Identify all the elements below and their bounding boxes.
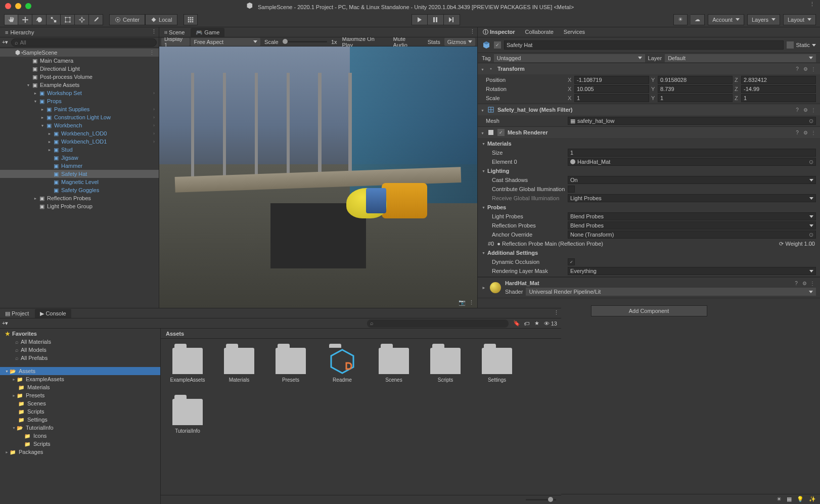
play-button[interactable]: [412, 14, 428, 25]
asset-readme-item[interactable]: Readme: [325, 348, 360, 383]
project-search[interactable]: [367, 319, 509, 328]
rotation-x-input[interactable]: [574, 85, 649, 93]
step-button[interactable]: [444, 14, 460, 25]
close-window[interactable]: [5, 3, 11, 9]
expand-arrow-icon[interactable]: [39, 108, 45, 111]
shader-dropdown[interactable]: Universal Render Pipeline/Lit: [526, 288, 816, 296]
scale-tool[interactable]: [47, 14, 61, 25]
folder-item[interactable]: Scripts: [0, 407, 160, 416]
effects-icon[interactable]: ✨: [809, 496, 816, 502]
project-tab[interactable]: ▤ Project: [0, 309, 34, 318]
hierarchy-item[interactable]: ▣Workshop Set›: [0, 89, 159, 97]
services-tab[interactable]: Services: [559, 27, 590, 36]
preset-icon[interactable]: ⚙: [802, 129, 809, 136]
hidden-count[interactable]: 👁13: [542, 320, 559, 327]
aspect-dropdown[interactable]: Free Aspect: [191, 38, 260, 46]
help-icon[interactable]: ?: [794, 65, 801, 72]
prefab-open-icon[interactable]: ›: [153, 107, 155, 112]
dynamic-occlusion-checkbox[interactable]: ✓: [568, 258, 575, 265]
expand-arrow-icon[interactable]: ►: [12, 378, 16, 381]
transform-tool[interactable]: [75, 14, 89, 25]
hierarchy-item[interactable]: ▣Workbench_LOD1›: [0, 138, 159, 146]
expand-arrow-icon[interactable]: [47, 132, 53, 135]
mesh-object-field[interactable]: ▦safety_hat_low: [568, 117, 816, 125]
expand-arrow-icon[interactable]: [39, 124, 45, 127]
hierarchy-search[interactable]: ⌕: [11, 38, 157, 47]
folder-item[interactable]: ►ExampleAssets: [0, 375, 160, 383]
prefab-open-icon[interactable]: ›: [153, 115, 155, 120]
component-menu-icon[interactable]: ⋮: [810, 129, 817, 136]
help-icon[interactable]: ?: [793, 280, 800, 287]
contrib-gi-checkbox[interactable]: [568, 186, 575, 193]
scene-menu-icon[interactable]: ⋮: [149, 50, 155, 56]
element0-object-field[interactable]: HardHat_Mat: [568, 158, 816, 166]
position-z-input[interactable]: [741, 76, 816, 84]
asset-folder-item[interactable]: Scripts: [428, 348, 463, 383]
prefab-open-icon[interactable]: ›: [153, 90, 155, 96]
expand-arrow-icon[interactable]: [32, 100, 38, 103]
favorite-item[interactable]: ⌕All Prefabs: [0, 354, 160, 362]
component-menu-icon[interactable]: ⋮: [810, 65, 817, 72]
hierarchy-item[interactable]: ▣Construction Light Low›: [0, 113, 159, 121]
asset-folder-item[interactable]: Scenes: [376, 348, 412, 383]
panel-menu-icon[interactable]: ⋮: [554, 309, 559, 316]
hierarchy-item[interactable]: ▣Stud: [0, 146, 159, 154]
thumbnail-size-slider[interactable]: [526, 499, 556, 500]
lighting-header[interactable]: Lighting: [478, 166, 820, 175]
folder-item[interactable]: Scripts: [0, 440, 160, 448]
hierarchy-item[interactable]: ▣Jigsaw: [0, 154, 159, 162]
hierarchy-item[interactable]: ▣Safety Goggles: [0, 186, 159, 194]
hierarchy-item[interactable]: ▣Main Camera: [0, 57, 159, 65]
scene-row[interactable]: SampleScene ⋮: [0, 49, 159, 57]
inspector-tab[interactable]: ⓘ Inspector: [478, 27, 520, 36]
maximize-window[interactable]: [25, 3, 31, 9]
folder-item[interactable]: Icons: [0, 432, 160, 440]
expand-arrow-icon[interactable]: [481, 66, 484, 72]
hierarchy-item[interactable]: ▣Props: [0, 97, 159, 105]
transform-header[interactable]: Transform ?⚙⋮: [478, 63, 820, 74]
mute-toggle[interactable]: Mute Audio: [390, 38, 424, 46]
audio-icon[interactable]: 💡: [797, 496, 804, 502]
expand-arrow-icon[interactable]: [481, 107, 484, 113]
create-dropdown[interactable]: +▾: [2, 320, 8, 327]
meshrenderer-header[interactable]: ✓ Mesh Renderer ?⚙⋮: [478, 127, 820, 138]
hierarchy-tab[interactable]: ≡Hierarchy: [0, 28, 39, 37]
game-tab[interactable]: 🎮 Game: [191, 28, 224, 37]
hierarchy-item[interactable]: ▣Example Assets: [0, 81, 159, 89]
collaborate-tab[interactable]: Collaborate: [520, 27, 559, 36]
search-by-label-icon[interactable]: 🏷: [522, 319, 532, 328]
scene-camera-icon[interactable]: 📷: [459, 299, 466, 306]
expand-arrow-icon[interactable]: ►: [12, 394, 16, 397]
hierarchy-item[interactable]: ▣Directional Light: [0, 65, 159, 73]
panel-menu-icon[interactable]: ⋮: [151, 28, 157, 35]
light-probes-dropdown[interactable]: Blend Probes: [568, 212, 816, 220]
renderer-enabled-checkbox[interactable]: ✓: [497, 129, 505, 136]
chevron-down-icon[interactable]: [812, 44, 816, 47]
materials-header[interactable]: Materials: [478, 139, 820, 148]
hierarchy-item-selected[interactable]: ▣Safety Hat: [0, 170, 159, 178]
gameobject-cube-icon[interactable]: [482, 40, 491, 50]
cloud-icon[interactable]: ☁: [691, 14, 705, 25]
layout-dropdown[interactable]: Layout: [783, 14, 816, 25]
folder-item[interactable]: ►Presets: [0, 391, 160, 399]
additional-settings-header[interactable]: Additional Settings: [478, 248, 820, 257]
favorite-item[interactable]: ⌕All Models: [0, 346, 160, 354]
favorite-search-icon[interactable]: ★: [532, 319, 542, 328]
anchor-override-field[interactable]: None (Transform): [568, 231, 816, 239]
tag-dropdown[interactable]: Untagged: [494, 54, 645, 62]
cast-shadows-dropdown[interactable]: On: [568, 176, 816, 184]
asset-folder-item[interactable]: Presets: [273, 348, 308, 383]
panel-menu-icon[interactable]: ⋮: [469, 299, 474, 306]
scale-slider[interactable]: [283, 41, 327, 42]
materials-size-input[interactable]: [568, 149, 816, 157]
layer-dropdown[interactable]: Default: [665, 54, 816, 62]
expand-arrow-icon[interactable]: [47, 148, 53, 152]
expand-arrow-icon[interactable]: ►: [5, 450, 9, 454]
asset-folder-item[interactable]: TutorialInfo: [170, 399, 205, 434]
favorites-header[interactable]: ★Favorites: [0, 330, 160, 338]
minimize-window[interactable]: [15, 3, 21, 9]
reflection-probes-dropdown[interactable]: Blend Probes: [568, 221, 816, 230]
bug-icon[interactable]: ☀: [777, 496, 782, 502]
hand-tool[interactable]: [4, 14, 18, 25]
folder-item[interactable]: ▼TutorialInfo: [0, 424, 160, 432]
